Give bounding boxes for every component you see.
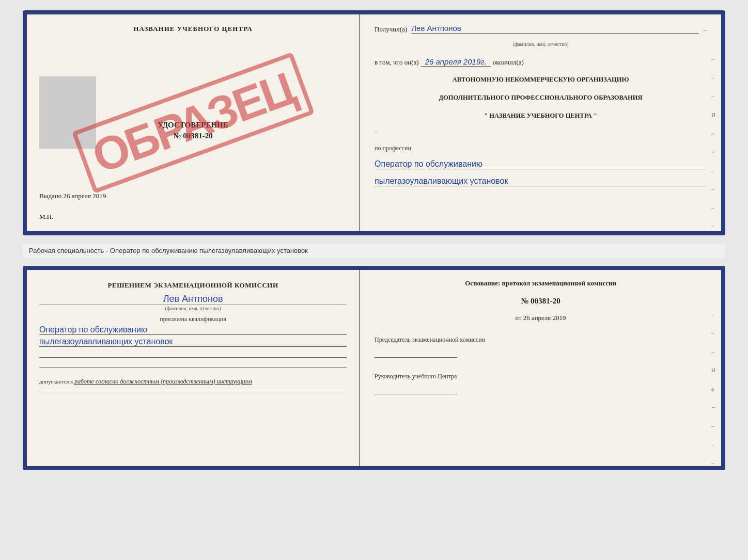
qual-line2: пылегазоулавливающих установок [39, 337, 347, 347]
protocol-number: № 00381-20 [375, 297, 707, 306]
chairman-label: Председатель экзаменационной комиссии [375, 335, 707, 344]
person-subtext-bottom: (фамилия, имя, отчество) [39, 305, 347, 311]
top-left-panel: НАЗВАНИЕ УЧЕБНОГО ЦЕНТРА УДОСТОВЕРЕНИЕ №… [27, 14, 360, 231]
profession-label: по профессии [375, 145, 707, 152]
qualification-label: присвоена квалификация [39, 315, 347, 323]
issued-label: Выдано [39, 192, 61, 200]
qual-line1: Оператор по обслуживанию [39, 325, 347, 335]
person-name-bottom: Лев Антпонов [39, 294, 347, 305]
issued-date: 26 апреля 2019 [64, 192, 106, 200]
in-that-label: в том, что он(а) [375, 58, 419, 66]
allowed-line: допускается к работе согласно должностны… [39, 378, 347, 386]
org-line3: " НАЗВАНИЕ УЧЕБНОГО ЦЕНТРА " [375, 111, 707, 121]
decision-text: Решением экзаменационной комиссии [39, 280, 347, 291]
head-label: Руководитель учебного Центра [375, 372, 707, 381]
org-dash-row: – [375, 127, 707, 135]
name-subtext-top: (фамилия, имя, отчество) [375, 41, 707, 47]
divider1 [39, 357, 347, 358]
divider2 [39, 367, 347, 367]
top-document-outer: НАЗВАНИЕ УЧЕБНОГО ЦЕНТРА УДОСТОВЕРЕНИЕ №… [23, 10, 725, 235]
person-name-top: Лев Антпонов [411, 24, 699, 34]
bottom-left-panel: Решением экзаменационной комиссии Лев Ан… [27, 270, 360, 466]
top-right-panel: Получил(а) Лев Антпонов – (фамилия, имя,… [360, 14, 721, 231]
dash1: – [703, 25, 707, 34]
top-school-name: НАЗВАНИЕ УЧЕБНОГО ЦЕНТРА [39, 25, 347, 33]
bottom-document-outer: Решением экзаменационной комиссии Лев Ан… [23, 266, 725, 470]
chairman-signature-line [375, 347, 457, 358]
allowed-label: допускается к [39, 378, 73, 385]
protocol-date-prefix: от [516, 314, 522, 322]
profession-line1: Оператор по обслуживанию [375, 159, 707, 169]
protocol-date-value: 26 апреля 2019 [523, 314, 566, 322]
allowed-value: работе согласно должностным (производств… [74, 378, 252, 385]
protocol-date: от 26 апреля 2019 [375, 314, 707, 322]
right-side-marks-top: – – – И а ← – – – – [711, 56, 717, 229]
org-line1: АВТОНОМНУЮ НЕКОММЕРЧЕСКУЮ ОРГАНИЗАЦИЮ [375, 75, 707, 85]
top-document-inner: НАЗВАНИЕ УЧЕБНОГО ЦЕНТРА УДОСТОВЕРЕНИЕ №… [27, 14, 721, 231]
date-row: в том, что он(а) 26 апреля 2019г. окончи… [375, 57, 707, 67]
mp-label: М.П. [39, 213, 53, 221]
received-label: Получил(а) [375, 25, 407, 34]
date-value-top: 26 апреля 2019г. [421, 57, 491, 67]
photo-placeholder [39, 76, 96, 149]
chairman-block: Председатель экзаменационной комиссии [375, 335, 707, 358]
head-signature-line [375, 384, 457, 394]
dash2: – [375, 127, 378, 135]
basis-label: Основание: протокол экзаменационной коми… [375, 279, 707, 287]
separator-label: Рабочая специальность - Оператор по обсл… [23, 244, 725, 258]
received-row: Получил(а) Лев Антпонов – [375, 24, 707, 34]
divider3 [39, 392, 347, 392]
org-line2: ДОПОЛНИТЕЛЬНОГО ПРОФЕССИОНАЛЬНОГО ОБРАЗО… [375, 93, 707, 103]
finished-label: окончил(а) [493, 58, 524, 66]
issued-line: Выдано 26 апреля 2019 [39, 192, 106, 200]
right-side-marks-bottom: – – – И а ← – – – – [711, 311, 717, 466]
bottom-document-inner: Решением экзаменационной комиссии Лев Ан… [27, 270, 721, 466]
head-block: Руководитель учебного Центра [375, 372, 707, 394]
bottom-right-panel: Основание: протокол экзаменационной коми… [360, 270, 721, 466]
profession-line2: пылегазоулавливающих установок [375, 177, 707, 186]
